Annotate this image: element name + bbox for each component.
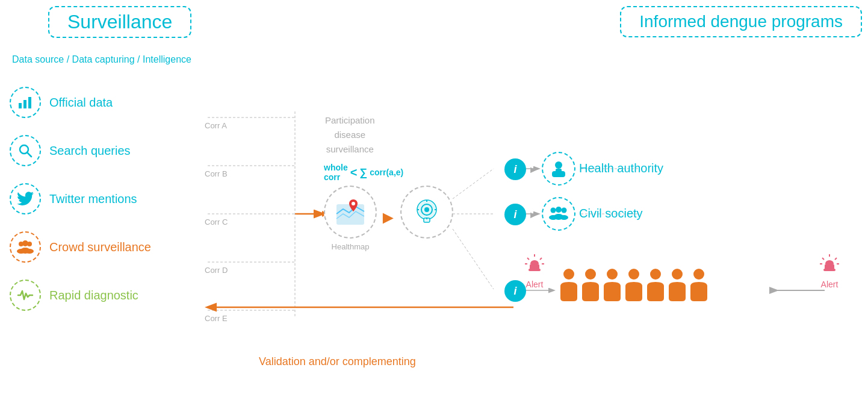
corr-e-label: Corr E: [205, 314, 228, 323]
list-item: Rapid diagnostic: [6, 271, 155, 319]
svg-point-35: [424, 207, 429, 212]
svg-point-63: [693, 269, 704, 280]
svg-point-44: [551, 208, 556, 213]
svg-point-57: [563, 269, 574, 280]
svg-rect-65: [823, 269, 835, 271]
twitter-mentions-label: Twitter mentions: [49, 192, 137, 206]
corr-e: Corr E: [205, 294, 228, 342]
svg-point-45: [562, 208, 567, 213]
healthmap-circle: [324, 186, 377, 239]
civil-society-circle: [542, 197, 575, 231]
alert-right-icon: [819, 253, 840, 280]
svg-rect-43: [556, 169, 562, 172]
alert-left: Alert: [524, 253, 545, 289]
crowd-surveillance-label: Crowd surveillance: [49, 240, 151, 254]
list-item: Official data: [6, 78, 155, 127]
healthmap-icon: [334, 196, 367, 228]
alert-left-label: Alert: [524, 280, 545, 289]
svg-line-67: [822, 258, 824, 260]
official-data-label: Official data: [49, 96, 113, 110]
health-authority-circle: [542, 152, 575, 186]
formula-sigma: ∑: [359, 166, 367, 179]
search-queries-icon: [10, 135, 41, 166]
health-authority-label: Health authority: [579, 161, 663, 175]
info-bubble-civil-society: i: [504, 204, 526, 225]
svg-line-10: [453, 169, 494, 199]
brain-circle: [400, 186, 453, 239]
siren-right-icon: [819, 253, 840, 275]
svg-line-54: [540, 258, 542, 260]
corr-a: Corr A: [205, 101, 228, 149]
subtitle-left: Data source / Data capturing / Intellige…: [12, 54, 191, 65]
crowd-silhouettes: [557, 265, 725, 313]
healthmap-label: Healthmap: [324, 242, 377, 251]
alert-right: Alert: [819, 253, 840, 289]
svg-rect-19: [19, 103, 22, 108]
corr-d-label: Corr D: [205, 266, 228, 275]
corr-d: Corr D: [205, 246, 228, 294]
svg-point-59: [607, 269, 618, 280]
participation-label: Participationdiseasesurveillance: [325, 113, 375, 157]
formula-corr: corr(a,e): [370, 167, 403, 177]
main-container: Surveillance Data source / Data capturin…: [0, 0, 868, 394]
svg-point-29: [20, 248, 30, 254]
corr-c-label: Corr C: [205, 217, 228, 227]
svg-line-23: [27, 152, 31, 157]
svg-rect-21: [28, 97, 31, 108]
siren-left-icon: [524, 253, 545, 275]
items-container: Official data Search queries Twitter men…: [6, 78, 155, 319]
crowd-people: [557, 265, 725, 313]
svg-rect-51: [529, 269, 541, 271]
svg-point-62: [672, 269, 683, 280]
twitter-icon: [10, 183, 41, 214]
svg-point-60: [628, 269, 639, 280]
health-authority-icon: [549, 159, 568, 178]
svg-point-46: [556, 207, 562, 213]
search-queries-label: Search queries: [49, 144, 131, 158]
info-bubble-crowd: i: [504, 280, 526, 302]
crowd-surveillance-icon: [10, 231, 41, 263]
corr-labels: Corr A Corr B Corr C Corr D Corr E: [205, 101, 228, 342]
svg-point-26: [22, 240, 28, 246]
svg-point-61: [650, 269, 661, 280]
svg-rect-31: [336, 204, 364, 225]
alert-right-label: Alert: [819, 280, 840, 289]
rapid-diagnostic-label: Rapid diagnostic: [49, 289, 138, 302]
informed-title: Informed dengue programs: [639, 12, 843, 31]
corr-a-label: Corr A: [205, 121, 227, 130]
svg-point-32: [352, 202, 355, 205]
rapid-diagnostic-icon: [10, 280, 41, 311]
brain-icon: [411, 196, 442, 228]
formula-less-than: <: [350, 166, 358, 180]
healthmap-to-brain-arrow: ►: [379, 207, 397, 228]
civil-society-icon: [548, 205, 569, 222]
svg-line-53: [527, 258, 529, 260]
arrow-to-civil-society: ►: [529, 210, 538, 220]
svg-line-68: [835, 258, 837, 260]
svg-point-58: [585, 269, 596, 280]
corr-b-label: Corr B: [205, 169, 228, 178]
svg-rect-20: [23, 100, 26, 108]
list-item: Search queries: [6, 127, 155, 175]
info-bubble-health-authority: i: [504, 158, 526, 180]
svg-line-12: [453, 229, 494, 289]
svg-point-49: [554, 214, 563, 220]
list-item: Twitter mentions: [6, 175, 155, 223]
formula-whole: wholecorr: [324, 163, 348, 182]
formula-box: wholecorr < ∑ corr(a,e): [324, 163, 403, 182]
corr-b: Corr B: [205, 149, 228, 198]
list-item: Crowd surveillance: [6, 223, 155, 271]
surveillance-title: Surveillance: [67, 11, 172, 33]
corr-c: Corr C: [205, 198, 228, 246]
arrow-to-health-authority: ►: [529, 164, 538, 175]
surveillance-box: Surveillance: [48, 6, 191, 38]
alert-left-icon: [524, 253, 545, 280]
svg-point-41: [555, 161, 562, 169]
validation-text: Validation and/or complementing: [259, 355, 416, 368]
civil-society-label: Civil society: [579, 207, 643, 220]
informed-box: Informed dengue programs: [620, 6, 862, 37]
official-data-icon: [10, 87, 41, 118]
